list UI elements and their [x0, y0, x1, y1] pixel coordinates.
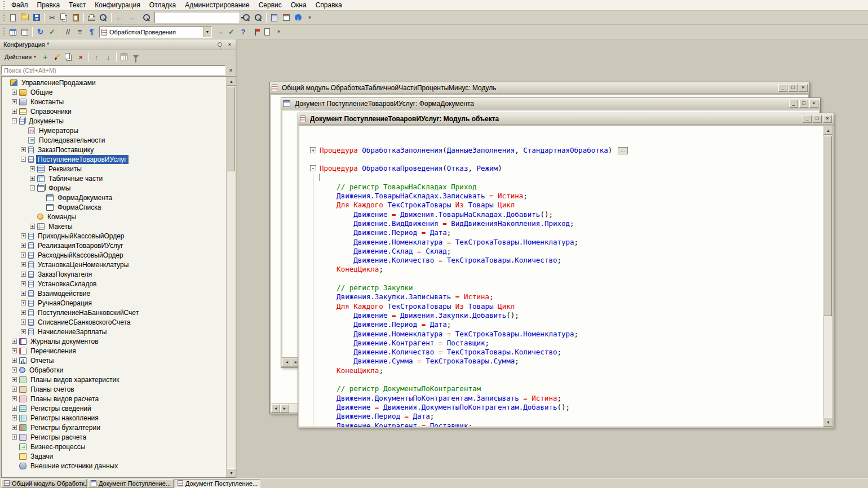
code-line[interactable]: Движения.ТоварыНаСкладах.Записывать = Ис… — [299, 192, 823, 201]
code-line[interactable]: Движение.Номенклатура = ТекСтрокаТовары.… — [299, 238, 823, 247]
tree-expander-icon[interactable]: + — [12, 377, 17, 382]
tree-expander-icon[interactable]: - — [21, 157, 26, 162]
tree-expander-icon[interactable]: + — [30, 224, 35, 229]
tree-item[interactable]: +Табличные части — [2, 174, 226, 183]
collapse-icon[interactable]: - — [310, 165, 316, 171]
configuration-button[interactable] — [7, 26, 19, 38]
tree-expander-icon[interactable]: + — [12, 99, 17, 104]
code-line[interactable]: // регистр ТоварыНаСкладах Приход — [299, 183, 823, 192]
tree-item[interactable]: ФормаДокумента — [2, 193, 226, 202]
code-line[interactable]: Движения.ДокументыПоКонтрагентам.Записыв… — [299, 394, 823, 403]
tree-expander-icon[interactable]: + — [21, 329, 26, 334]
tree-expander-icon[interactable]: + — [12, 425, 17, 430]
code-line[interactable]: Движение.Номенклатура = ТекСтрокаТовары.… — [299, 330, 823, 339]
tree-expander-icon[interactable]: + — [12, 90, 17, 95]
customize-toolbar-button[interactable]: ▾ — [273, 26, 285, 38]
tree-expander-icon[interactable]: + — [21, 262, 26, 267]
cut-button[interactable]: ✂ — [46, 12, 58, 23]
tree-item[interactable]: УправлениеПродажами — [2, 78, 226, 87]
tree-search-input[interactable] — [1, 65, 225, 75]
tree-item[interactable]: +ПоступлениеНаБанковскийСчет — [2, 308, 226, 317]
tree-expander-icon[interactable]: + — [21, 147, 26, 152]
maximize-button[interactable]: □ — [799, 100, 808, 108]
tree-item[interactable]: Нумераторы — [2, 126, 226, 135]
find-previous-button[interactable] — [253, 12, 264, 23]
tree-item[interactable]: +Регистры бухгалтерии — [2, 423, 226, 432]
goto-definition-button[interactable]: → — [214, 26, 225, 38]
code-line[interactable]: Движение.Период = Дата; — [299, 320, 823, 329]
scroll-left-button[interactable]: ◄ — [282, 358, 291, 366]
tree-item[interactable]: +Константы — [2, 97, 226, 107]
tree-scrollbar[interactable]: ▲ ▼ — [226, 77, 236, 477]
scrollbar-track[interactable] — [227, 86, 236, 468]
add-item-button[interactable]: + — [39, 51, 51, 63]
go-forward-button[interactable]: → — [125, 12, 137, 23]
tree-item[interactable]: Бизнес-процессы — [2, 442, 226, 451]
close-button[interactable]: × — [799, 84, 808, 92]
quick-search-combo[interactable]: ▼ — [154, 12, 239, 23]
code-line[interactable]: Движение.Количество = ТекСтрокаТовары.Ко… — [299, 256, 823, 265]
tree-item[interactable]: Последовательности — [2, 135, 226, 145]
copy-button[interactable] — [58, 12, 70, 23]
expand-icon[interactable]: + — [310, 147, 316, 153]
code-line[interactable] — [299, 127, 823, 136]
menu-Сервис[interactable]: Сервис — [254, 0, 286, 10]
menu-Файл[interactable]: Файл — [7, 0, 33, 10]
code-line[interactable] — [299, 173, 823, 182]
collapsed-code-button[interactable]: ... — [618, 147, 628, 154]
taskbar-tab[interactable]: Общий модуль Обработк.. — [1, 479, 87, 488]
scrollbar-track[interactable] — [823, 135, 832, 418]
code-line[interactable]: Движение.Склад = Склад; — [299, 247, 823, 256]
edit-item-button[interactable] — [51, 51, 63, 63]
tree-item[interactable]: Команды — [2, 212, 226, 221]
tree-expander-icon[interactable]: + — [12, 415, 17, 420]
code-line[interactable]: Для Каждого ТекСтрокаТовары Из Товары Ци… — [299, 201, 823, 210]
code-line[interactable]: Движение.ВидДвижения = ВидДвиженияНакопл… — [299, 219, 823, 228]
tree-item[interactable]: -ПоступлениеТоваровИУслуг — [2, 154, 226, 164]
tree-item[interactable]: +Обработки — [2, 365, 226, 375]
format-block-button[interactable]: ≡ — [74, 26, 86, 38]
tree-expander-icon[interactable]: + — [21, 320, 26, 325]
code-line[interactable]: Движение = Движения.ДокументыПоКонтраген… — [299, 403, 823, 412]
templates-button[interactable] — [261, 26, 273, 38]
window-title-bar[interactable]: Общий модуль ОбработкаТабличнойЧастиПроц… — [270, 82, 809, 94]
menu-Конфигурация[interactable]: Конфигурация — [90, 0, 145, 10]
tree-item[interactable]: -Документы — [2, 116, 226, 126]
procedures-combo[interactable]: ОбработкаПроведения ▼ — [99, 26, 212, 38]
menu-Справка[interactable]: Справка — [311, 0, 347, 10]
code-line[interactable]: Движение.Период = Дата; — [299, 228, 823, 237]
toolbar-grip[interactable] — [3, 14, 5, 21]
tree-expander-icon[interactable]: + — [21, 300, 26, 305]
close-button[interactable]: × — [809, 100, 818, 108]
tree-item[interactable]: -Формы — [2, 183, 226, 193]
window-title-bar[interactable]: Документ ПоступлениеТоваровИУслуг: Модул… — [298, 113, 834, 125]
move-down-button[interactable]: ↓ — [103, 51, 114, 63]
tree-item[interactable]: +ЗаказПоставщику — [2, 145, 226, 154]
calculator-button[interactable] — [268, 12, 280, 23]
pin-panel-button[interactable] — [215, 41, 224, 48]
find-next-button[interactable] — [241, 12, 253, 23]
menu-Текст[interactable]: Текст — [64, 0, 90, 10]
tree-expander-icon[interactable]: + — [30, 176, 35, 181]
scroll-left-button[interactable]: ◄ — [271, 404, 280, 412]
code-line[interactable]: Движение = Движения.Закупки.Добавить(); — [299, 311, 823, 320]
tree-expander-icon[interactable]: + — [12, 367, 17, 372]
close-panel-button[interactable]: × — [225, 41, 234, 48]
tree-expander-icon[interactable]: + — [21, 243, 26, 248]
tree-item[interactable]: +РеализацияТоваровИУслуг — [2, 241, 226, 250]
menu-Администрирование[interactable]: Администрирование — [180, 0, 254, 10]
tree-expander-icon[interactable]: + — [12, 434, 17, 440]
tree-item[interactable]: +Регистры накопления — [2, 413, 226, 423]
module-editor[interactable]: +Процедура ОбработкаЗаполнения(ДанныеЗап… — [299, 125, 833, 427]
tree-expander-icon[interactable]: + — [21, 281, 26, 286]
tree-item[interactable]: +Отчеты — [2, 356, 226, 365]
maximize-button[interactable]: □ — [789, 84, 798, 92]
tree-item[interactable]: +СписаниеСБанковскогоСчета — [2, 317, 226, 327]
minimize-button[interactable]: _ — [803, 115, 812, 123]
code-line[interactable] — [299, 375, 823, 384]
tree-item[interactable]: +НачислениеЗарплаты — [2, 327, 226, 336]
window-object-module[interactable]: Документ ПоступлениеТоваровИУслуг: Модул… — [298, 113, 834, 428]
code-line[interactable]: КонецЦикла; — [299, 265, 823, 274]
delete-item-button[interactable]: × — [75, 51, 87, 63]
tree-item[interactable]: +Общие — [2, 87, 226, 97]
